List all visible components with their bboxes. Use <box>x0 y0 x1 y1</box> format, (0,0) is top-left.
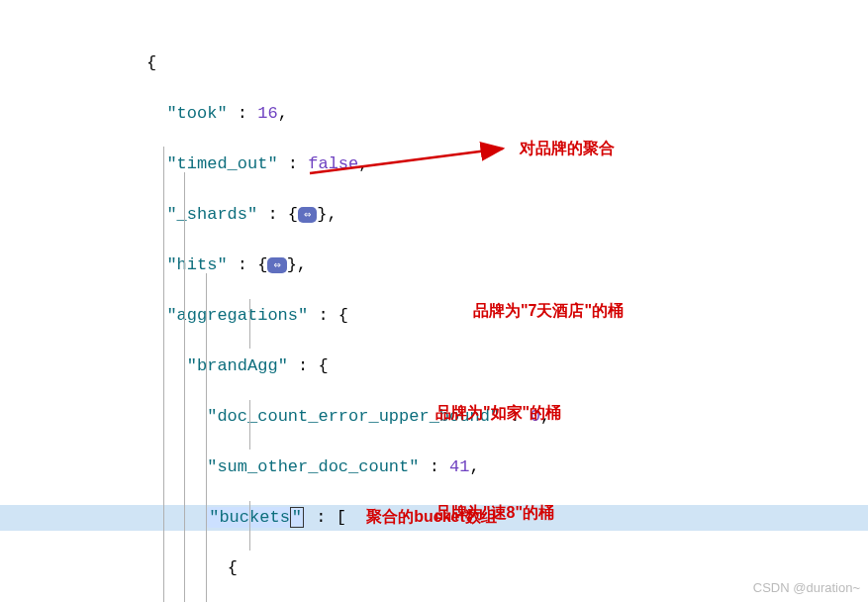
collapse-icon[interactable]: ⇔ <box>267 257 286 273</box>
line-timed-out: "timed_out" : false, <box>0 151 868 177</box>
indent-guide <box>249 501 250 551</box>
annotation-bucket-rujia: 品牌为"如家"的桶 <box>435 401 561 425</box>
line-buckets-highlighted: "buckets" : [ 聚合的bucket数组 <box>0 505 868 531</box>
line-took: "took" : 16, <box>0 101 868 127</box>
indent-guide <box>163 147 164 602</box>
line-b0-open: { <box>0 555 868 581</box>
line-hits: "hits" : {⇔}, <box>0 252 868 278</box>
indent-guide <box>206 273 207 602</box>
line-dc-err: "doc_count_error_upper_bound" : 0, <box>0 404 868 430</box>
indent-guide <box>249 400 250 450</box>
annotation-bucket-7day: 品牌为"7天酒店"的桶 <box>473 299 624 323</box>
collapse-icon[interactable]: ⇔ <box>298 207 317 223</box>
watermark: CSDN @duration~ <box>753 578 860 598</box>
line-shards: "_shards" : {⇔}, <box>0 202 868 228</box>
line-sum-other: "sum_other_doc_count" : 41, <box>0 454 868 480</box>
line-brandagg: "brandAgg" : { <box>0 353 868 379</box>
line-open-brace: { <box>0 50 868 76</box>
annotation-bucket-su8: 品牌为"速8"的桶 <box>435 501 554 525</box>
indent-guide <box>249 299 250 349</box>
line-aggs: "aggregations" : { <box>0 303 868 329</box>
annotation-agg-brand: 对品牌的聚合 <box>520 137 615 160</box>
indent-guide <box>184 172 185 602</box>
json-code-block: { "took" : 16, "timed_out" : false, "_sh… <box>0 0 868 603</box>
